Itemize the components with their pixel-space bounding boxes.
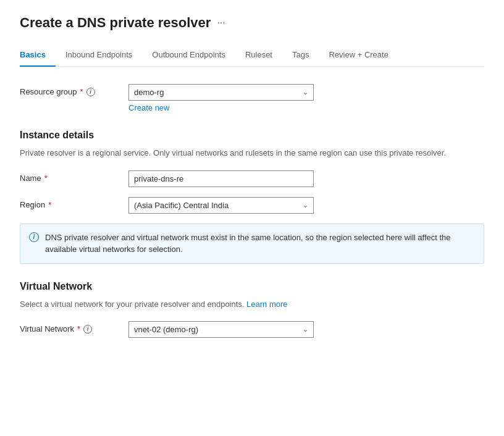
region-chevron-icon: ⌄ xyxy=(303,201,308,209)
resource-group-dropdown[interactable]: demo-rg ⌄ xyxy=(128,84,314,101)
vnet-value: vnet-02 (demo-rg) xyxy=(134,325,198,334)
page-title-row: Create a DNS private resolver ··· xyxy=(20,15,484,31)
region-label: Region * xyxy=(20,197,119,209)
learn-more-link[interactable]: Learn more xyxy=(246,300,287,309)
tab-basics[interactable]: Basics xyxy=(20,44,56,67)
virtual-network-title: Virtual Network xyxy=(20,281,484,292)
region-control: (Asia Pacific) Central India ⌄ xyxy=(128,197,314,214)
resource-group-required: * xyxy=(80,87,83,96)
region-info-box: i DNS private resolver and virtual netwo… xyxy=(20,224,484,264)
instance-details-description: Private resolver is a regional service. … xyxy=(20,147,484,159)
tab-nav: Basics Inbound Endpoints Outbound Endpoi… xyxy=(20,43,484,67)
vnet-dropdown[interactable]: vnet-02 (demo-rg) ⌄ xyxy=(128,321,314,338)
region-value: (Asia Pacific) Central India xyxy=(134,201,229,210)
virtual-network-description: Select a virtual network for your privat… xyxy=(20,298,484,311)
instance-details-section: Instance details Private resolver is a r… xyxy=(20,130,484,264)
resource-group-section: Resource group * i demo-rg ⌄ Create new xyxy=(20,84,484,112)
instance-details-title: Instance details xyxy=(20,130,484,141)
info-box-icon: i xyxy=(29,232,39,242)
region-row: Region * (Asia Pacific) Central India ⌄ xyxy=(20,197,484,214)
vnet-row: Virtual Network * i vnet-02 (demo-rg) ⌄ xyxy=(20,321,484,338)
resource-group-value: demo-rg xyxy=(134,88,164,97)
resource-group-row: Resource group * i demo-rg ⌄ Create new xyxy=(20,84,484,112)
region-dropdown[interactable]: (Asia Pacific) Central India ⌄ xyxy=(128,197,314,214)
ellipsis-menu-icon[interactable]: ··· xyxy=(217,17,225,28)
resource-group-info-icon[interactable]: i xyxy=(86,88,95,96)
name-row: Name * xyxy=(20,170,484,187)
virtual-network-section: Virtual Network Select a virtual network… xyxy=(20,281,484,338)
name-control xyxy=(128,170,314,187)
tab-ruleset[interactable]: Ruleset xyxy=(235,44,282,67)
page-title: Create a DNS private resolver xyxy=(20,15,211,31)
tab-tags[interactable]: Tags xyxy=(282,44,319,67)
info-box-text: DNS private resolver and virtual network… xyxy=(45,232,475,256)
name-required: * xyxy=(44,174,48,183)
tab-review-create[interactable]: Review + Create xyxy=(319,44,398,67)
region-required: * xyxy=(48,200,51,209)
create-new-link[interactable]: Create new xyxy=(128,103,314,112)
resource-group-chevron-icon: ⌄ xyxy=(303,88,308,96)
tab-inbound-endpoints[interactable]: Inbound Endpoints xyxy=(56,44,142,67)
resource-group-label: Resource group * i xyxy=(20,84,119,96)
tab-outbound-endpoints[interactable]: Outbound Endpoints xyxy=(142,44,235,67)
resource-group-control: demo-rg ⌄ Create new xyxy=(128,84,314,112)
vnet-required: * xyxy=(77,324,80,333)
name-input[interactable] xyxy=(128,170,314,187)
vnet-info-icon[interactable]: i xyxy=(83,325,92,333)
vnet-label: Virtual Network * i xyxy=(20,321,119,333)
vnet-control: vnet-02 (demo-rg) ⌄ xyxy=(128,321,314,338)
vnet-chevron-icon: ⌄ xyxy=(303,325,308,333)
name-label: Name * xyxy=(20,170,119,183)
